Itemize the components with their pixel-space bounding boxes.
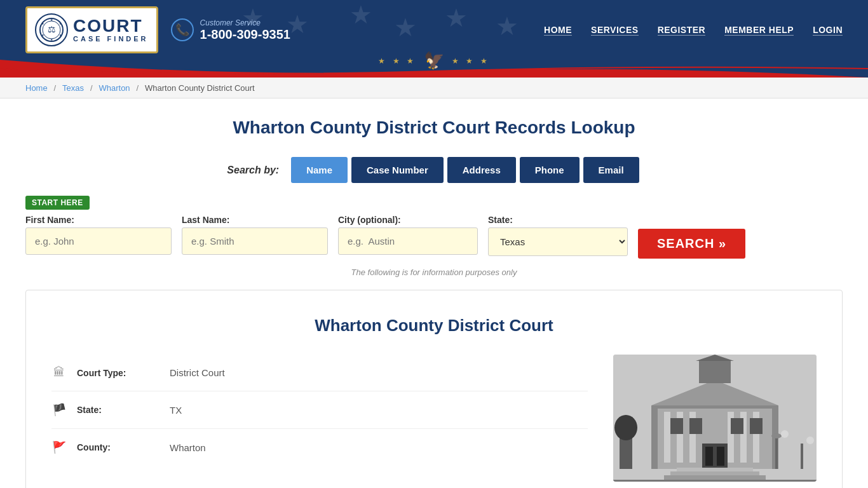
svg-rect-31 <box>670 471 759 475</box>
cs-text: Customer Service 1-800-309-9351 <box>200 18 290 42</box>
court-type-value: District Court <box>170 367 225 378</box>
svg-text:⚖: ⚖ <box>48 24 56 34</box>
svg-rect-25 <box>731 418 743 434</box>
breadcrumb-home[interactable]: Home <box>25 83 48 93</box>
search-by-label: Search by: <box>227 165 279 176</box>
bg-star: ★ <box>445 3 468 32</box>
search-section: Search by: Name Case Number Address Phon… <box>25 157 843 183</box>
breadcrumb-current: Wharton County District Court <box>145 83 255 93</box>
header-left: ★ ★ ★ ★ ★ ★ ⚖ COURT CASE FINDER 📞 Custom… <box>25 6 290 53</box>
nav-home[interactable]: HOME <box>544 25 572 36</box>
eagle-center: ★ ★ ★ 🦅 ★ ★ ★ <box>378 51 489 71</box>
eagle-stars-left: ★ ★ ★ <box>378 57 416 65</box>
eagle-stars-right: ★ ★ ★ <box>452 57 490 65</box>
tab-email[interactable]: Email <box>583 157 639 183</box>
state-icon: 🏴 <box>51 403 67 417</box>
customer-service: 📞 Customer Service 1-800-309-9351 <box>171 18 290 42</box>
svg-point-37 <box>806 437 814 444</box>
search-button[interactable]: SEARCH » <box>638 229 745 259</box>
nav-login[interactable]: LOGIN <box>813 25 843 36</box>
logo-case-finder-label: CASE FINDER <box>73 35 149 43</box>
state-row: 🏴 State: TX <box>51 391 588 429</box>
breadcrumb-wharton[interactable]: Wharton <box>98 83 130 93</box>
bg-star: ★ <box>496 11 519 41</box>
logo-court-label: COURT <box>73 17 149 35</box>
breadcrumb-sep-2: / <box>90 83 93 93</box>
state-info-value: TX <box>170 405 182 416</box>
court-info-table: 🏛 Court Type: District Court 🏴 State: TX… <box>51 355 588 482</box>
bg-star: ★ <box>349 0 372 29</box>
svg-rect-30 <box>677 468 753 471</box>
court-card-body: 🏛 Court Type: District Court 🏴 State: TX… <box>51 355 817 482</box>
logo-emblem: ★ ★ ★ ★ ★ ★ ⚖ <box>35 13 68 46</box>
breadcrumb-texas[interactable]: Texas <box>62 83 84 93</box>
court-type-icon: 🏛 <box>51 366 67 379</box>
nav-services[interactable]: SERVICES <box>591 25 639 36</box>
city-input[interactable] <box>338 227 478 255</box>
logo-text: COURT CASE FINDER <box>73 17 149 43</box>
page-title: Wharton County District Court Records Lo… <box>25 118 843 138</box>
last-name-input[interactable] <box>182 227 328 255</box>
tab-address[interactable]: Address <box>447 157 516 183</box>
svg-point-34 <box>771 433 782 438</box>
county-label: County: <box>77 442 159 452</box>
svg-rect-36 <box>801 444 803 469</box>
court-card: Wharton County District Court 🏛 Court Ty… <box>25 290 843 488</box>
cs-label: Customer Service <box>200 18 290 27</box>
nav-register[interactable]: REGISTER <box>658 25 706 36</box>
first-name-label: First Name: <box>25 215 172 225</box>
state-info-label: State: <box>77 405 159 415</box>
cs-number: 1-800-309-9351 <box>200 27 290 42</box>
form-section: START HERE First Name: Last Name: City (… <box>25 196 843 259</box>
eagle-icon: 🦅 <box>424 51 444 71</box>
court-type-row: 🏛 Court Type: District Court <box>51 355 588 391</box>
state-label: State: <box>488 215 628 225</box>
court-card-title: Wharton County District Court <box>51 316 817 336</box>
county-value: Wharton <box>170 442 206 453</box>
main-content: Wharton County District Court Records Lo… <box>0 98 868 488</box>
city-label: City (optional): <box>338 215 478 225</box>
county-row: 🚩 County: Wharton <box>51 429 588 466</box>
svg-rect-24 <box>689 418 702 434</box>
breadcrumb-sep-1: / <box>54 83 57 93</box>
svg-rect-28 <box>705 447 713 466</box>
svg-rect-33 <box>775 437 778 469</box>
bg-star: ★ <box>394 13 417 42</box>
svg-rect-38 <box>613 480 817 482</box>
svg-rect-21 <box>699 361 731 383</box>
nav-member-help[interactable]: MEMBER HELP <box>724 25 794 36</box>
main-nav: HOME SERVICES REGISTER MEMBER HELP LOGIN <box>544 25 843 36</box>
tab-name[interactable]: Name <box>291 157 348 183</box>
search-by-row: Search by: Name Case Number Address Phon… <box>25 157 843 183</box>
phone-icon: 📞 <box>171 18 194 41</box>
svg-rect-32 <box>664 475 766 480</box>
city-group: City (optional): <box>338 215 478 255</box>
svg-point-35 <box>781 430 789 438</box>
state-select[interactable]: Texas Alabama Alaska Arizona California <box>488 227 628 256</box>
last-name-label: Last Name: <box>182 215 328 225</box>
first-name-input[interactable] <box>25 227 172 255</box>
county-icon: 🚩 <box>51 440 67 454</box>
svg-rect-14 <box>664 412 670 463</box>
tab-phone[interactable]: Phone <box>520 157 580 183</box>
svg-rect-29 <box>717 447 724 466</box>
last-name-group: Last Name: <box>182 215 328 255</box>
tab-case-number[interactable]: Case Number <box>351 157 444 183</box>
breadcrumb-sep-3: / <box>137 83 139 93</box>
breadcrumb-bar: Home / Texas / Wharton / Wharton County … <box>0 78 868 98</box>
wave-eagle-bar: ★ ★ ★ 🦅 ★ ★ ★ <box>0 60 868 78</box>
svg-rect-26 <box>750 418 763 434</box>
court-type-label: Court Type: <box>77 368 159 378</box>
svg-point-11 <box>614 415 637 440</box>
svg-rect-23 <box>670 418 683 434</box>
first-name-group: First Name: <box>25 215 172 255</box>
site-logo[interactable]: ★ ★ ★ ★ ★ ★ ⚖ COURT CASE FINDER <box>25 6 158 53</box>
start-here-badge: START HERE <box>25 196 90 210</box>
court-image-box <box>613 355 817 482</box>
form-row: First Name: Last Name: City (optional): … <box>25 215 843 259</box>
info-note: The following is for information purpose… <box>25 268 843 277</box>
state-group: State: Texas Alabama Alaska Arizona Cali… <box>488 215 628 256</box>
